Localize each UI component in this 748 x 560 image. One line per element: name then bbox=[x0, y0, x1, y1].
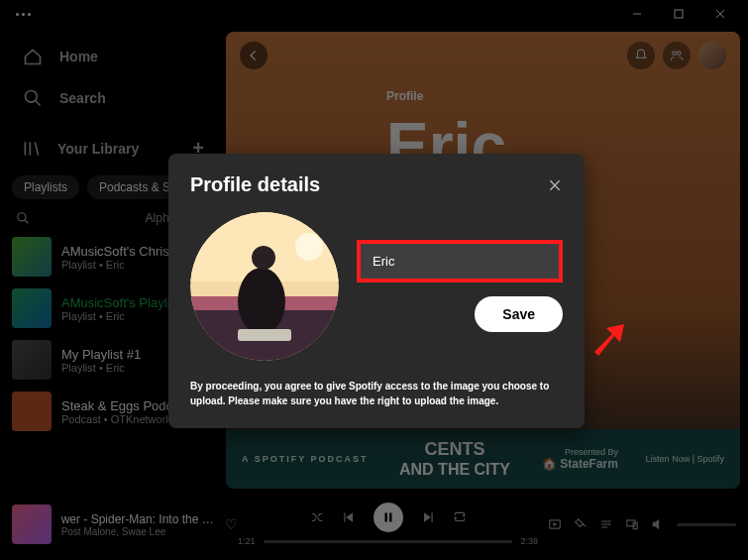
save-button[interactable]: Save bbox=[475, 296, 563, 332]
svg-point-36 bbox=[295, 233, 323, 261]
close-icon[interactable] bbox=[547, 177, 563, 193]
name-input-highlight bbox=[357, 240, 563, 282]
svg-marker-40 bbox=[594, 324, 624, 356]
profile-details-modal: Profile details bbox=[168, 154, 585, 428]
profile-photo[interactable] bbox=[190, 212, 339, 361]
profile-name-input[interactable] bbox=[361, 244, 559, 279]
annotation-arrow-icon bbox=[587, 318, 626, 358]
svg-point-37 bbox=[238, 268, 285, 335]
svg-rect-39 bbox=[238, 329, 291, 341]
modal-title: Profile details bbox=[190, 173, 320, 196]
modal-disclaimer: By proceeding, you agree to give Spotify… bbox=[190, 379, 563, 408]
svg-point-38 bbox=[252, 246, 275, 270]
